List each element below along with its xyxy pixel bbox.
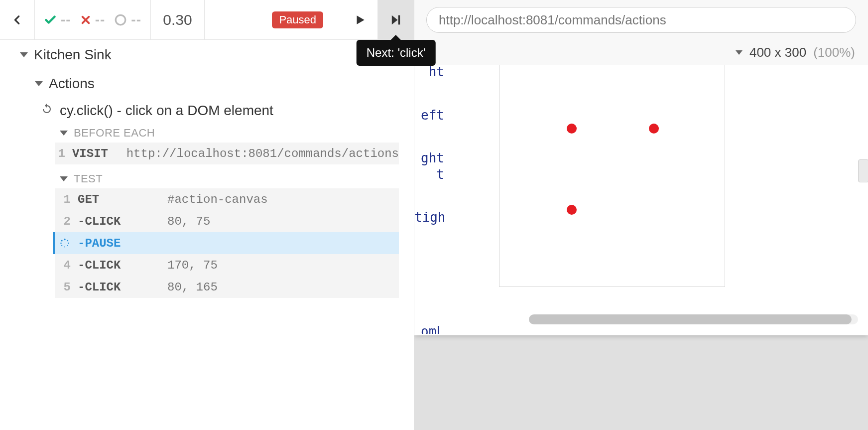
viewport-dimensions: 400 x 300 bbox=[749, 45, 806, 60]
url-bar-row bbox=[414, 0, 868, 40]
spinner-icon bbox=[60, 238, 70, 248]
test-title: cy.click() - click on a DOM element bbox=[60, 103, 273, 119]
click-dot bbox=[567, 205, 577, 215]
x-icon bbox=[80, 14, 91, 25]
aut-sidebar-fragment: ht eft ght t tigh omL bbox=[414, 65, 444, 334]
horizontal-scrollbar[interactable] bbox=[529, 314, 858, 324]
command-log[interactable]: Kitchen Sink Actions cy.click() - click … bbox=[0, 40, 414, 430]
cmd-name: VISIT bbox=[72, 147, 126, 160]
svg-point-3 bbox=[67, 240, 69, 242]
caret-down-icon bbox=[20, 52, 28, 57]
cmd-name: -CLICK bbox=[78, 215, 167, 228]
svg-point-5 bbox=[67, 245, 68, 246]
cmd-args: 80, 75 bbox=[167, 215, 399, 228]
resume-button[interactable] bbox=[342, 0, 378, 39]
svg-point-4 bbox=[68, 243, 69, 244]
cmd-number: 1 bbox=[57, 147, 72, 160]
click-dot bbox=[649, 124, 659, 134]
command-row[interactable]: 4 -CLICK 170, 75 bbox=[55, 254, 399, 276]
aut-shadow: ht eft ght t tigh omL bbox=[414, 65, 868, 335]
viewport-info[interactable]: 400 x 300 (100%) bbox=[414, 40, 868, 65]
svg-point-0 bbox=[116, 15, 126, 25]
pending-count: -- bbox=[131, 12, 141, 28]
svg-point-7 bbox=[61, 245, 62, 246]
scrollbar-thumb[interactable] bbox=[529, 314, 852, 324]
duration-value: 0.30 bbox=[163, 11, 192, 28]
aut-content[interactable]: ht eft ght t tigh omL bbox=[414, 65, 868, 334]
cmd-args: http://localhost:8081/commands/actions bbox=[126, 147, 399, 160]
test-row[interactable]: cy.click() - click on a DOM element bbox=[0, 103, 414, 119]
runner-toolbar: -- -- -- 0.30 Paused bbox=[0, 0, 414, 40]
cmd-name: -CLICK bbox=[78, 281, 167, 294]
play-icon bbox=[354, 12, 367, 27]
action-canvas[interactable] bbox=[499, 65, 725, 287]
reporter-panel: -- -- -- 0.30 Paused bbox=[0, 0, 414, 430]
url-input[interactable] bbox=[426, 7, 856, 33]
svg-point-2 bbox=[64, 239, 65, 240]
cmd-args: 80, 165 bbox=[167, 281, 399, 294]
stat-passed: -- bbox=[44, 12, 71, 28]
check-icon bbox=[44, 13, 57, 26]
test-section-header[interactable]: TEST bbox=[0, 164, 414, 188]
cmd-number: 4 bbox=[57, 259, 78, 272]
caret-down-icon bbox=[60, 131, 68, 136]
cmd-number: 2 bbox=[57, 215, 78, 228]
circle-icon bbox=[114, 13, 127, 26]
failed-count: -- bbox=[95, 12, 106, 28]
step-next-button[interactable]: Next: 'click' bbox=[378, 0, 414, 39]
stat-failed: -- bbox=[80, 12, 106, 28]
test-section-label: TEST bbox=[74, 172, 103, 185]
aut-preview-wrapper: ht eft ght t tigh omL bbox=[414, 65, 868, 430]
svg-point-6 bbox=[64, 247, 65, 248]
cmd-name: -CLICK bbox=[78, 259, 167, 272]
command-row[interactable]: 1 VISIT http://localhost:8081/commands/a… bbox=[55, 143, 399, 164]
svg-point-9 bbox=[61, 240, 63, 242]
describe-title: Actions bbox=[49, 76, 95, 92]
viewport-zoom: (100%) bbox=[813, 45, 855, 60]
step-forward-icon bbox=[389, 12, 403, 27]
toolbar-spacer: Paused bbox=[205, 0, 342, 39]
run-stats: -- -- -- bbox=[35, 0, 151, 39]
cmd-name: GET bbox=[78, 193, 167, 206]
paused-badge: Paused bbox=[272, 11, 323, 28]
command-row[interactable]: 5 -CLICK 80, 165 bbox=[55, 276, 399, 298]
before-each-label: BEFORE EACH bbox=[74, 127, 155, 140]
command-row[interactable]: 2 -CLICK 80, 75 bbox=[55, 210, 399, 232]
step-tooltip: Next: 'click' bbox=[357, 40, 436, 66]
describe-row[interactable]: Actions bbox=[0, 74, 414, 94]
cmd-number: 5 bbox=[57, 281, 78, 294]
cmd-args: 170, 75 bbox=[167, 259, 399, 272]
before-each-commands: 1 VISIT http://localhost:8081/commands/a… bbox=[55, 143, 399, 164]
duration: 0.30 bbox=[151, 0, 205, 39]
caret-down-icon bbox=[60, 176, 68, 181]
caret-down-icon bbox=[35, 81, 43, 86]
before-each-header[interactable]: BEFORE EACH bbox=[0, 119, 414, 143]
chevron-left-icon bbox=[12, 11, 23, 28]
command-row-paused[interactable]: -PAUSE bbox=[53, 232, 399, 254]
vertical-scroll-knob[interactable] bbox=[858, 159, 868, 182]
test-commands: 1 GET #action-canvas 2 -CLICK 80, 75 bbox=[55, 188, 399, 298]
caret-down-icon bbox=[736, 50, 743, 55]
cmd-name: -PAUSE bbox=[78, 237, 157, 250]
sync-icon bbox=[41, 103, 53, 119]
suite-title: Kitchen Sink bbox=[34, 47, 112, 63]
cmd-number: 1 bbox=[57, 193, 78, 206]
cmd-args: #action-canvas bbox=[167, 193, 399, 206]
svg-rect-1 bbox=[398, 15, 400, 24]
stat-pending: -- bbox=[114, 12, 141, 28]
command-row[interactable]: 1 GET #action-canvas bbox=[55, 188, 399, 210]
svg-point-8 bbox=[60, 243, 62, 244]
back-button[interactable] bbox=[0, 0, 35, 39]
passed-count: -- bbox=[61, 12, 71, 28]
click-dot bbox=[567, 124, 577, 134]
suite-row[interactable]: Kitchen Sink bbox=[0, 45, 414, 65]
aut-panel: 400 x 300 (100%) ht eft ght t tigh omL bbox=[414, 0, 868, 430]
